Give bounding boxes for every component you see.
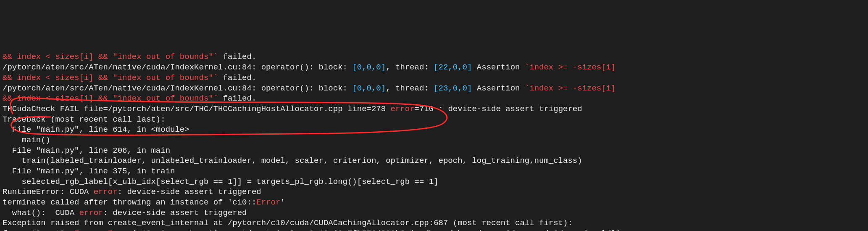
text-segment: File "main.py", line 375, in train: [3, 167, 175, 176]
text-segment: error: [79, 208, 103, 218]
text-segment: `index >= -sizes[i]: [525, 84, 616, 93]
text-segment: Traceback (most recent call last):: [3, 115, 166, 124]
text-segment: failed.: [218, 94, 256, 103]
terminal-line: terminate called after throwing an insta…: [3, 197, 865, 208]
text-segment: [0,0,0]: [352, 84, 386, 93]
text-segment: , thread:: [386, 84, 434, 93]
terminal-line: Exception raised from create_event_inter…: [3, 218, 865, 228]
text-segment: RuntimeError: CUDA: [3, 187, 94, 196]
text-segment: error: [391, 104, 415, 114]
text-segment: , thread:: [386, 63, 434, 72]
text-segment: failed.: [218, 52, 256, 61]
text-segment: : device-side assert triggered: [118, 187, 261, 196]
text-segment: /pytorch/aten/src/ATen/native/cuda/Index…: [3, 84, 352, 93]
text-segment: frame #0: c10::: [3, 229, 74, 231]
text-segment: terminate called after throwing an insta…: [3, 198, 256, 207]
text-segment: && index < sizes[i] && "index out of bou…: [3, 94, 218, 103]
terminal-line: main(): [3, 135, 865, 146]
text-segment: Exception raised from create_event_inter…: [3, 218, 573, 228]
text-segment: ::: [98, 229, 108, 231]
text-segment: error: [94, 187, 118, 196]
terminal-line: frame #0: c10::Error::Error(c10::SourceL…: [3, 228, 865, 231]
text-segment: `index >= -sizes[i]: [525, 63, 616, 72]
text-segment: =710 : device-side assert triggered: [415, 104, 582, 114]
text-segment: Error: [256, 198, 280, 207]
text-segment: train(labeled_trainloader, unlabeled_tra…: [3, 156, 582, 165]
text-segment: && index < sizes[i] && "index out of bou…: [3, 52, 218, 61]
terminal-line: RuntimeError: CUDA error: device-side as…: [3, 187, 865, 197]
text-segment: (c10::SourceLocation, std::string) + 0x4…: [132, 229, 621, 231]
text-segment: [0,0,0]: [352, 63, 386, 72]
terminal-line: && index < sizes[i] && "index out of bou…: [3, 73, 865, 83]
text-segment: Error: [74, 229, 98, 231]
terminal-line: && index < sizes[i] && "index out of bou…: [3, 93, 865, 104]
text-segment: ': [280, 198, 285, 207]
terminal-line: File "main.py", line 614, in <module>: [3, 125, 865, 135]
text-segment: [22,0,0]: [434, 63, 472, 72]
terminal-output: && index < sizes[i] && "index out of bou…: [0, 52, 868, 231]
text-segment: : device-side assert triggered: [103, 208, 247, 218]
terminal-line: what(): CUDA error: device-side assert t…: [3, 208, 865, 218]
text-segment: main(): [3, 135, 50, 145]
text-segment: failed.: [218, 73, 256, 82]
text-segment: /pytorch/aten/src/ATen/native/cuda/Index…: [3, 63, 352, 72]
text-segment: File "main.py", line 614, in <module>: [3, 125, 189, 134]
terminal-line: selected_rgb_label[x_ulb_idx[select_rgb …: [3, 177, 865, 187]
text-segment: what(): CUDA: [3, 208, 79, 218]
terminal-line: && index < sizes[i] && "index out of bou…: [3, 52, 865, 62]
text-segment: selected_rgb_label[x_ulb_idx[select_rgb …: [3, 177, 439, 186]
terminal-line: THCudaCheck FAIL file=/pytorch/aten/src/…: [3, 104, 865, 114]
text-segment: && index < sizes[i] && "index out of bou…: [3, 73, 218, 82]
text-segment: File "main.py", line 206, in main: [3, 146, 170, 155]
text-segment: Assertion: [472, 84, 524, 93]
text-segment: Assertion: [472, 63, 524, 72]
terminal-line: /pytorch/aten/src/ATen/native/cuda/Index…: [3, 83, 865, 94]
terminal-line: train(labeled_trainloader, unlabeled_tra…: [3, 156, 865, 166]
terminal-line: File "main.py", line 206, in main: [3, 146, 865, 156]
terminal-line: Traceback (most recent call last):: [3, 114, 865, 125]
terminal-line: /pytorch/aten/src/ATen/native/cuda/Index…: [3, 62, 865, 73]
text-segment: THCudaCheck FAIL file=/pytorch/aten/src/…: [3, 104, 391, 114]
text-segment: [23,0,0]: [434, 84, 472, 93]
terminal-line: File "main.py", line 375, in train: [3, 166, 865, 177]
text-segment: Error: [108, 229, 132, 231]
